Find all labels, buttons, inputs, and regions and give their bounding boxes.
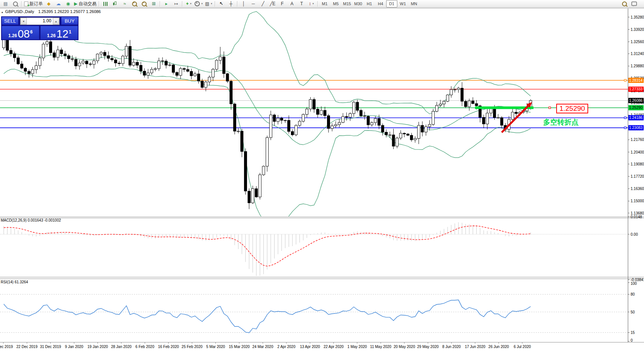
price-axis[interactable]: 1.352801.339201.325601.312401.298801.285… xyxy=(628,9,644,342)
line-handle[interactable] xyxy=(624,80,626,81)
templates-icon: ▧ xyxy=(205,1,209,6)
volume-increase-icon[interactable]: ▲ xyxy=(53,18,59,25)
signals-icon[interactable]: ◉ xyxy=(63,0,73,7)
trendline-icon[interactable]: ╱ xyxy=(258,0,268,7)
publisher-icon[interactable]: ☁ xyxy=(54,0,63,7)
metaeditor-icon[interactable]: ◆ xyxy=(44,0,54,7)
chat-icon xyxy=(631,1,637,6)
new-order-icon[interactable]: 新订单 xyxy=(23,0,44,7)
svg-text:22 Dec 2019: 22 Dec 2019 xyxy=(16,345,38,349)
line-chart-icon[interactable]: ≈ xyxy=(120,0,129,7)
volume-stepper[interactable]: ▼ 1.00 ▲ xyxy=(20,17,60,25)
svg-text:1.32560: 1.32560 xyxy=(631,40,644,44)
periods-icon xyxy=(195,1,200,6)
text-icon[interactable]: A xyxy=(287,0,297,7)
svg-text:15: 15 xyxy=(631,331,635,335)
macd-label: MACD(12,26,9) xyxy=(1,218,26,222)
candlestick-icon[interactable] xyxy=(110,0,120,7)
pane-separator[interactable] xyxy=(0,277,644,279)
templates-icon[interactable]: ▧▾ xyxy=(204,0,214,7)
buy-price-pips: 12 xyxy=(57,29,68,39)
bollinger-bands xyxy=(4,12,531,222)
label-icon[interactable]: T xyxy=(297,0,307,7)
toolbar-separator xyxy=(215,1,215,7)
dropdown-caret-icon: ▾ xyxy=(313,2,314,5)
tf-m15[interactable]: M15 xyxy=(342,0,353,7)
svg-text:15 Mar 2020: 15 Mar 2020 xyxy=(229,345,250,349)
arrows-icon[interactable]: ↕▾ xyxy=(307,0,316,7)
tf-m30[interactable]: M30 xyxy=(353,0,364,7)
auto-scroll-icon: ▸ xyxy=(165,1,167,6)
candlestick-icon xyxy=(113,1,117,6)
buy-price-base: 1.26 xyxy=(47,33,55,39)
indicators-icon[interactable]: +▾ xyxy=(184,0,193,7)
tf-m1[interactable]: M1 xyxy=(319,0,330,7)
volume-decrease-icon[interactable]: ▼ xyxy=(20,18,27,25)
autotrading-icon: ▶ xyxy=(74,1,77,6)
svg-text:6 Jul 2020: 6 Jul 2020 xyxy=(514,345,531,349)
volume-value[interactable]: 1.00 xyxy=(27,18,53,25)
dropdown-caret-icon: ▾ xyxy=(190,2,192,5)
svg-text:1.24186: 1.24186 xyxy=(629,116,643,120)
line-handle[interactable] xyxy=(624,117,626,119)
chat-icon[interactable] xyxy=(629,0,639,7)
buy-button[interactable]: BUY xyxy=(61,17,78,25)
collapse-trade-panel-icon[interactable]: ▴ xyxy=(1,10,3,14)
publisher-icon: ☁ xyxy=(56,1,61,6)
svg-text:8 Jun 2020: 8 Jun 2020 xyxy=(442,345,461,349)
auto-scroll-icon[interactable]: ▸ xyxy=(161,0,171,7)
zoom-in-icon: + xyxy=(132,1,137,6)
one-click-trading-panel: SELL ▼ 1.00 ▲ BUY 1.26 08 6 1.26 12 1 xyxy=(1,16,79,40)
sell-price-base: 1.26 xyxy=(8,33,17,39)
chart-header: ▴ GBPUSD-,Daily 1.25395 1.26220 1.25077 … xyxy=(1,9,101,14)
chart-shift-icon[interactable]: ↦ xyxy=(171,0,181,7)
tf-h1[interactable]: H1 xyxy=(364,0,375,7)
zoom-out-icon: − xyxy=(142,1,147,6)
chart-canvas: 1.352801.339201.325601.312401.298801.285… xyxy=(0,8,644,351)
price-pane xyxy=(0,12,628,222)
new-order-icon xyxy=(24,1,28,6)
tf-mn[interactable]: MN xyxy=(408,0,420,7)
profiles-icon[interactable] xyxy=(10,0,20,7)
zoom-out-icon[interactable]: − xyxy=(139,0,149,7)
line-handle[interactable] xyxy=(549,107,551,109)
tf-m5[interactable]: M5 xyxy=(330,0,342,7)
time-axis[interactable]: 2 Dec 201922 Dec 201931 Dec 20199 Jan 20… xyxy=(0,342,531,349)
buy-price-display: 1.26 12 1 xyxy=(41,26,78,39)
tile-windows-icon[interactable]: ⊞ xyxy=(149,0,158,7)
zoom-in-icon[interactable]: + xyxy=(129,0,139,7)
autotrading-icon[interactable]: ▶自动交易 xyxy=(73,0,97,7)
chart-shift-icon: ↦ xyxy=(174,1,178,6)
fibonacci-icon[interactable]: F xyxy=(278,0,287,7)
new-chart-icon[interactable]: ▤ xyxy=(1,0,10,7)
sell-button[interactable]: SELL xyxy=(2,17,18,25)
svg-text:0.00: 0.00 xyxy=(631,232,638,236)
tf-w1-label: W1 xyxy=(400,1,406,6)
svg-text:1.20400: 1.20400 xyxy=(631,150,644,154)
trend-note-text[interactable]: 多空转折点 xyxy=(543,117,610,127)
tf-d1-label: D1 xyxy=(389,1,394,6)
tf-h4[interactable]: H4 xyxy=(375,0,386,7)
bar-chart-icon[interactable] xyxy=(100,0,110,7)
svg-text:1.15000: 1.15000 xyxy=(631,199,644,203)
svg-text:9 Jan 2020: 9 Jan 2020 xyxy=(65,345,83,349)
channel-icon: ╱E xyxy=(270,1,275,6)
line-handle[interactable] xyxy=(624,127,626,129)
svg-text:26 Jun 2020: 26 Jun 2020 xyxy=(488,345,509,349)
svg-text:1.35280: 1.35280 xyxy=(631,15,644,19)
chart-ohlc-values: 1.25395 1.26220 1.25077 1.26086 xyxy=(38,9,101,14)
crosshair-icon[interactable]: ┼ xyxy=(226,0,236,7)
sell-price-display: 1.26 08 6 xyxy=(2,26,39,39)
horizontal-line-icon[interactable]: ─ xyxy=(249,0,258,7)
metaeditor-icon: ◆ xyxy=(47,1,50,6)
rsi-indicator-header: RSI(14) 61.3264 xyxy=(1,280,28,284)
search-icon[interactable] xyxy=(619,0,629,7)
cursor-icon[interactable]: ↖ xyxy=(217,0,226,7)
vertical-line-icon[interactable]: │ xyxy=(239,0,249,7)
tf-d1[interactable]: D1 xyxy=(386,0,397,7)
svg-text:19 Jan 2020: 19 Jan 2020 xyxy=(87,345,108,349)
periods-icon[interactable]: ▾ xyxy=(193,0,204,7)
channel-icon[interactable]: ╱E xyxy=(268,0,278,7)
price-annotation-box[interactable]: 1.25290 xyxy=(556,104,588,113)
tf-w1[interactable]: W1 xyxy=(397,0,408,7)
